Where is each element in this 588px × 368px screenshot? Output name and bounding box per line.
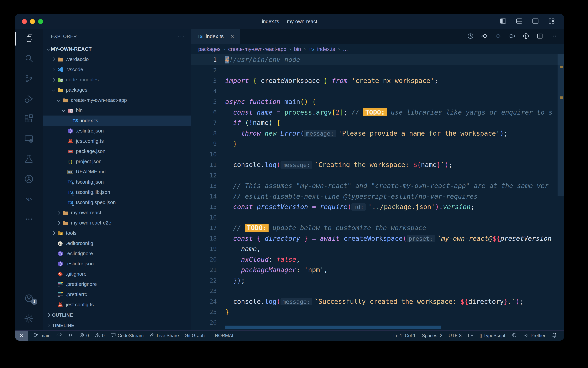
status--normal-[interactable]: -- NORMAL -- — [211, 333, 239, 338]
tree-item-tsconfig.spec.json[interactable]: TS⚙tsconfig.spec.json — [43, 197, 191, 208]
code-line: 13 // This assumes "my-own-react" and "c… — [191, 181, 564, 191]
status-0[interactable]: 0 — [79, 332, 89, 339]
status-label: UTF-8 — [448, 333, 462, 338]
tree-item-index.ts[interactable]: TSindex.ts — [43, 116, 191, 126]
tree-item-package.json[interactable]: npmpackage.json — [43, 146, 191, 156]
layout-sidebar-right-icon[interactable] — [532, 17, 539, 26]
tree-item-.editorconfig[interactable]: .editorconfig — [43, 238, 191, 248]
markdown-icon: M↓ — [67, 169, 74, 175]
activity-more-ellipsis[interactable] — [15, 210, 43, 230]
tree-item-MY-OWN-REACT[interactable]: MY-OWN-REACT — [43, 44, 191, 54]
status-label: 0 — [86, 333, 89, 338]
minimize-window-button[interactable] — [30, 19, 35, 24]
activity-search[interactable] — [15, 49, 43, 69]
activity-project-graph[interactable] — [15, 169, 43, 189]
status-main[interactable]: main — [33, 332, 51, 339]
tree-item-.eslintrc.json[interactable]: .eslintrc.json — [43, 259, 191, 269]
tree-item-jest.config.ts[interactable]: jest.config.ts — [43, 136, 191, 146]
activity-files[interactable] — [15, 29, 43, 49]
editor-horizontal-scrollbar[interactable] — [225, 326, 441, 329]
line-number: 12 — [191, 172, 224, 179]
history-clock-icon[interactable] — [467, 33, 474, 40]
status-lf[interactable]: LF — [468, 333, 473, 338]
status-live-share[interactable]: Live Share — [149, 332, 179, 339]
breadcrumb-item[interactable]: create-my-own-react-app — [228, 46, 287, 52]
chevron-right-icon — [52, 68, 55, 71]
close-tab-icon[interactable]: ✕ — [230, 34, 234, 39]
nav-back-icon[interactable] — [481, 33, 488, 40]
layout-grid-icon[interactable] — [548, 17, 555, 26]
line-number: 1 — [191, 56, 224, 63]
tree-item-README.md[interactable]: M↓README.md — [43, 167, 191, 177]
status-codestream[interactable]: CodeStream — [110, 332, 144, 339]
breadcrumb-item[interactable]: … — [343, 46, 348, 52]
nav-forward-icon[interactable] — [509, 33, 516, 40]
split-editor-icon[interactable] — [536, 33, 543, 40]
section-outline[interactable]: OUTLINE — [43, 310, 191, 320]
line-number: 16 — [191, 214, 224, 221]
tree-item-.vscode[interactable]: .vscode — [43, 64, 191, 75]
status-prettier[interactable]: Prettier — [523, 332, 545, 339]
status-utf-8[interactable]: UTF-8 — [448, 333, 462, 338]
tree-item-jest.config.ts[interactable]: jest.config.ts — [43, 300, 191, 310]
remote-indicator[interactable] — [15, 331, 28, 340]
code-editor[interactable]: 1#!/usr/bin/env node23import { createWor… — [191, 54, 564, 331]
status-label: Git Graph — [184, 333, 205, 338]
status-label: -- NORMAL -- — [211, 333, 239, 338]
section-timeline[interactable]: TIMELINE — [43, 320, 191, 331]
activity-account[interactable]: 1 — [15, 289, 43, 309]
status-ln-1-col-1[interactable]: Ln 1, Col 1 — [393, 333, 416, 338]
breadcrumb-item[interactable]: index.ts — [317, 46, 335, 52]
activity-settings-gear[interactable] — [15, 309, 43, 329]
tree-item-my-own-react[interactable]: my-own-react — [43, 208, 191, 218]
tree-item-.eslintignore[interactable]: .eslintignore — [43, 248, 191, 259]
status-bell-dot[interactable] — [552, 332, 557, 339]
code-text: } — [224, 308, 564, 316]
vscode-icon — [57, 66, 64, 73]
section-label: TIMELINE — [52, 323, 74, 328]
more-ellipsis-icon[interactable] — [550, 33, 557, 40]
status-smiley[interactable] — [511, 332, 517, 339]
tree-item-.eslintrc.json[interactable]: .eslintrc.json — [43, 126, 191, 136]
editor-vertical-scrollbar[interactable] — [558, 54, 564, 196]
activity-source-control[interactable] — [15, 69, 43, 89]
circle-dim-icon[interactable] — [495, 33, 502, 40]
activity-testing-beaker[interactable] — [15, 149, 43, 169]
activity-remote-explorer[interactable] — [15, 129, 43, 149]
activity-run-debug[interactable] — [15, 89, 43, 109]
line-number: 23 — [191, 287, 224, 294]
tree-item-my-own-react-e2e[interactable]: my-own-react-e2e — [43, 218, 191, 228]
status-0[interactable]: 0 — [95, 332, 105, 339]
tree-item-.prettierrc[interactable]: .prettierrc — [43, 289, 191, 300]
activity-nx-console[interactable]: N≥ — [15, 189, 43, 210]
status-spaces-2[interactable]: Spaces: 2 — [422, 333, 442, 338]
warning-triangle-icon — [95, 332, 100, 339]
tree-item-create-my-own-react-app[interactable]: create-my-own-react-app — [43, 95, 191, 105]
activity-extensions[interactable] — [15, 109, 43, 129]
tree-item-packages[interactable]: packages — [43, 85, 191, 95]
tree-item-.verdaccio[interactable]: .verdaccio — [43, 54, 191, 64]
explorer-more-actions-button[interactable]: ··· — [177, 33, 185, 40]
tree-item-project.json[interactable]: { }project.json — [43, 156, 191, 167]
tree-item-.prettierignore[interactable]: .prettierignore — [43, 279, 191, 289]
status-typescript[interactable]: {}TypeScript — [479, 333, 505, 338]
layout-panel-icon[interactable] — [516, 17, 523, 26]
tree-item-tsconfig.lib.json[interactable]: TS⚙tsconfig.lib.json — [43, 187, 191, 197]
breadcrumb-item[interactable]: bin — [294, 46, 301, 52]
tree-item-bin[interactable]: 0110bin — [43, 105, 191, 116]
tab-index-ts[interactable]: TS index.ts ✕ — [191, 29, 240, 44]
breadcrumb-item[interactable]: packages — [198, 46, 221, 52]
zoom-window-button[interactable] — [38, 19, 43, 24]
source-graph-icon[interactable] — [523, 33, 529, 40]
status-pipeline[interactable] — [68, 332, 73, 339]
layout-sidebar-left-icon[interactable] — [499, 17, 507, 26]
close-window-button[interactable] — [22, 19, 27, 24]
tree-item-tsconfig.json[interactable]: TS⚙tsconfig.json — [43, 177, 191, 187]
code-line: 21 packageManager: 'npm', — [191, 265, 564, 275]
tree-item-tools[interactable]: tools — [43, 228, 191, 238]
status-cloud-upload[interactable] — [56, 332, 62, 339]
status-git-graph[interactable]: Git Graph — [184, 333, 205, 338]
tree-item-node_modules[interactable]: JSnode_modules — [43, 75, 191, 85]
tree-item-.gitignore[interactable]: .gitignore — [43, 269, 191, 279]
tree-item-label: bin — [76, 107, 83, 113]
